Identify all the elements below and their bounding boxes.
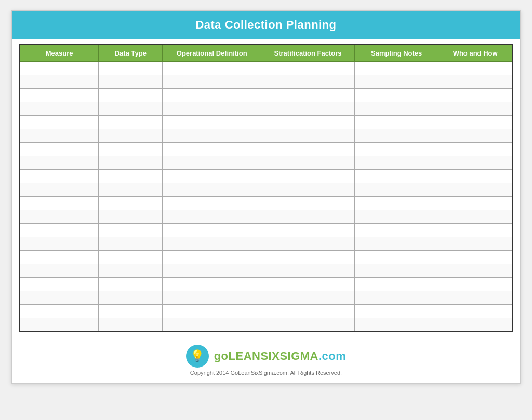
table-cell[interactable] bbox=[355, 62, 438, 75]
table-cell[interactable] bbox=[20, 170, 99, 183]
table-cell[interactable] bbox=[99, 251, 163, 264]
table-cell[interactable] bbox=[355, 183, 438, 197]
table-row[interactable] bbox=[20, 75, 512, 89]
table-cell[interactable] bbox=[20, 291, 99, 305]
table-cell[interactable] bbox=[355, 251, 438, 264]
table-cell[interactable] bbox=[355, 116, 438, 129]
table-cell[interactable] bbox=[163, 62, 261, 75]
table-cell[interactable] bbox=[163, 156, 261, 170]
table-cell[interactable] bbox=[20, 129, 99, 143]
table-cell[interactable] bbox=[355, 102, 438, 116]
table-cell[interactable] bbox=[99, 237, 163, 251]
table-row[interactable] bbox=[20, 129, 512, 143]
table-cell[interactable] bbox=[99, 210, 163, 224]
table-row[interactable] bbox=[20, 62, 512, 75]
table-cell[interactable] bbox=[261, 318, 355, 332]
table-cell[interactable] bbox=[438, 183, 512, 197]
table-cell[interactable] bbox=[99, 75, 163, 89]
table-cell[interactable] bbox=[20, 197, 99, 210]
table-cell[interactable] bbox=[355, 318, 438, 332]
table-cell[interactable] bbox=[355, 278, 438, 291]
table-cell[interactable] bbox=[99, 318, 163, 332]
table-cell[interactable] bbox=[438, 305, 512, 318]
table-row[interactable] bbox=[20, 156, 512, 170]
table-cell[interactable] bbox=[438, 224, 512, 237]
table-cell[interactable] bbox=[20, 75, 99, 89]
table-cell[interactable] bbox=[261, 305, 355, 318]
table-cell[interactable] bbox=[261, 143, 355, 156]
table-row[interactable] bbox=[20, 143, 512, 156]
table-cell[interactable] bbox=[438, 210, 512, 224]
table-cell[interactable] bbox=[99, 89, 163, 102]
table-cell[interactable] bbox=[20, 156, 99, 170]
table-cell[interactable] bbox=[261, 291, 355, 305]
table-cell[interactable] bbox=[20, 183, 99, 197]
table-cell[interactable] bbox=[438, 197, 512, 210]
table-cell[interactable] bbox=[20, 210, 99, 224]
table-cell[interactable] bbox=[163, 197, 261, 210]
table-cell[interactable] bbox=[163, 278, 261, 291]
table-row[interactable] bbox=[20, 224, 512, 237]
table-cell[interactable] bbox=[99, 197, 163, 210]
table-cell[interactable] bbox=[99, 129, 163, 143]
table-cell[interactable] bbox=[99, 264, 163, 278]
table-cell[interactable] bbox=[438, 251, 512, 264]
table-row[interactable] bbox=[20, 183, 512, 197]
table-cell[interactable] bbox=[20, 237, 99, 251]
table-cell[interactable] bbox=[355, 89, 438, 102]
table-cell[interactable] bbox=[20, 251, 99, 264]
table-cell[interactable] bbox=[163, 291, 261, 305]
table-cell[interactable] bbox=[438, 264, 512, 278]
table-cell[interactable] bbox=[163, 237, 261, 251]
table-cell[interactable] bbox=[438, 102, 512, 116]
table-cell[interactable] bbox=[355, 224, 438, 237]
table-cell[interactable] bbox=[261, 89, 355, 102]
table-row[interactable] bbox=[20, 318, 512, 332]
table-cell[interactable] bbox=[99, 183, 163, 197]
table-cell[interactable] bbox=[261, 197, 355, 210]
table-cell[interactable] bbox=[163, 129, 261, 143]
table-cell[interactable] bbox=[20, 102, 99, 116]
table-cell[interactable] bbox=[20, 143, 99, 156]
table-cell[interactable] bbox=[163, 143, 261, 156]
table-cell[interactable] bbox=[20, 62, 99, 75]
table-cell[interactable] bbox=[438, 143, 512, 156]
table-cell[interactable] bbox=[261, 237, 355, 251]
table-cell[interactable] bbox=[20, 278, 99, 291]
table-row[interactable] bbox=[20, 237, 512, 251]
table-cell[interactable] bbox=[261, 62, 355, 75]
table-cell[interactable] bbox=[261, 170, 355, 183]
table-cell[interactable] bbox=[261, 210, 355, 224]
table-cell[interactable] bbox=[163, 318, 261, 332]
table-row[interactable] bbox=[20, 116, 512, 129]
table-cell[interactable] bbox=[99, 156, 163, 170]
table-row[interactable] bbox=[20, 278, 512, 291]
table-cell[interactable] bbox=[261, 102, 355, 116]
table-cell[interactable] bbox=[163, 183, 261, 197]
table-cell[interactable] bbox=[355, 197, 438, 210]
table-cell[interactable] bbox=[355, 129, 438, 143]
table-row[interactable] bbox=[20, 210, 512, 224]
table-cell[interactable] bbox=[438, 291, 512, 305]
table-cell[interactable] bbox=[261, 129, 355, 143]
table-cell[interactable] bbox=[261, 224, 355, 237]
table-cell[interactable] bbox=[163, 89, 261, 102]
table-cell[interactable] bbox=[355, 264, 438, 278]
table-cell[interactable] bbox=[261, 264, 355, 278]
table-cell[interactable] bbox=[355, 156, 438, 170]
table-cell[interactable] bbox=[20, 116, 99, 129]
table-row[interactable] bbox=[20, 102, 512, 116]
table-row[interactable] bbox=[20, 197, 512, 210]
table-cell[interactable] bbox=[438, 116, 512, 129]
table-cell[interactable] bbox=[438, 89, 512, 102]
table-row[interactable] bbox=[20, 291, 512, 305]
table-cell[interactable] bbox=[355, 170, 438, 183]
table-cell[interactable] bbox=[163, 210, 261, 224]
table-row[interactable] bbox=[20, 264, 512, 278]
table-cell[interactable] bbox=[438, 237, 512, 251]
table-row[interactable] bbox=[20, 251, 512, 264]
table-cell[interactable] bbox=[438, 278, 512, 291]
table-cell[interactable] bbox=[438, 75, 512, 89]
table-cell[interactable] bbox=[355, 210, 438, 224]
table-cell[interactable] bbox=[163, 102, 261, 116]
